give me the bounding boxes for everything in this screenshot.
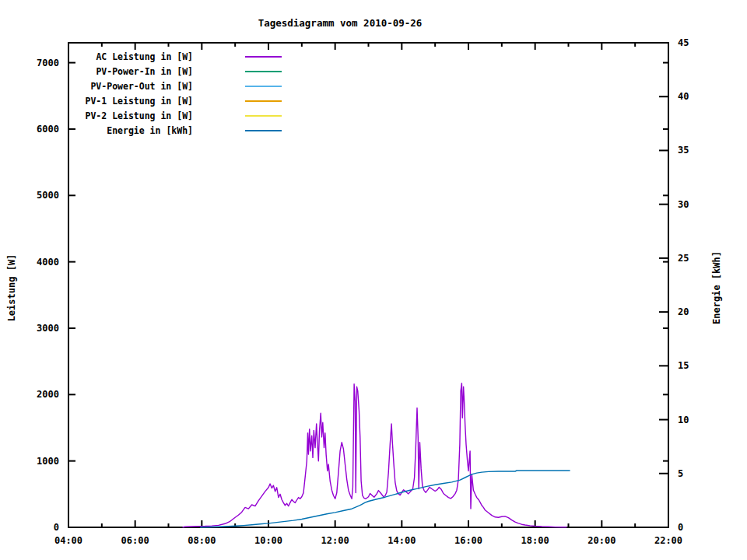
legend-label: AC Leistung in [W]: [68, 51, 193, 62]
legend-line-sample: [245, 100, 282, 102]
x-tick-label: 06:00: [121, 535, 149, 546]
y1-tick-label: 5000: [37, 190, 59, 201]
y1-tick-label: 7000: [37, 58, 59, 68]
y2-tick-label: 10: [678, 415, 689, 425]
x-tick-label: 08:00: [188, 535, 216, 546]
y2-tick-label: 25: [678, 253, 689, 264]
legend-line-sample: [245, 86, 282, 87]
x-tick-label: 04:00: [54, 535, 82, 546]
legend-item-pv1-leistung: PV-1 Leistung in [W]: [68, 93, 302, 108]
y2-tick-label: 15: [678, 360, 689, 371]
legend: AC Leistung in [W] PV-Power-In in [W] PV…: [68, 49, 302, 138]
y2-tick-label: 30: [678, 199, 689, 210]
y2-tick-label: 35: [678, 145, 689, 156]
y-axis-right-label: Energie [kWh]: [711, 251, 722, 324]
x-tick-label: 18:00: [521, 535, 549, 546]
y1-tick-label: 2000: [37, 389, 59, 400]
legend-line-sample: [245, 115, 282, 117]
y2-tick-label: 0: [678, 522, 683, 533]
x-tick-label: 14:00: [388, 535, 416, 546]
legend-line-sample: [245, 56, 282, 58]
legend-line-sample: [245, 71, 282, 72]
y2-tick-label: 45: [678, 37, 689, 48]
legend-label: PV-Power-Out in [W]: [68, 81, 193, 92]
y-axis-left-label: Leistung [W]: [6, 254, 17, 322]
x-tick-label: 12:00: [321, 535, 349, 546]
y1-tick-label: 1000: [37, 456, 59, 467]
legend-label: PV-1 Leistung in [W]: [68, 96, 193, 107]
chart-canvas: Tagesdiagramm vom 2010-09-26 04:0006:000…: [0, 0, 747, 560]
legend-item-pv-power-out: PV-Power-Out in [W]: [68, 79, 302, 93]
y1-tick-label: 4000: [37, 257, 59, 268]
series-W-line: [183, 383, 567, 527]
legend-label: Energie in [kWh]: [68, 125, 193, 136]
legend-item-energie: Energie in [kWh]: [68, 123, 302, 138]
x-tick-label: 16:00: [454, 535, 482, 546]
series-kWh-line: [200, 471, 570, 527]
x-tick-label: 10:00: [254, 535, 282, 546]
y1-tick-label: 0: [54, 522, 59, 533]
legend-item-pv-power-in: PV-Power-In in [W]: [68, 64, 302, 79]
legend-item-pv2-leistung: PV-2 Leistung in [W]: [68, 108, 302, 123]
legend-line-sample: [245, 130, 282, 131]
legend-label: PV-Power-In in [W]: [68, 66, 193, 77]
y1-tick-label: 6000: [37, 124, 59, 135]
legend-item-ac-leistung: AC Leistung in [W]: [68, 49, 302, 64]
y2-tick-label: 5: [678, 468, 683, 479]
x-tick-label: 20:00: [587, 535, 615, 546]
y1-tick-label: 3000: [37, 323, 59, 334]
x-tick-label: 22:00: [654, 535, 682, 546]
y2-tick-label: 40: [678, 91, 689, 102]
y2-tick-label: 20: [678, 306, 689, 317]
legend-label: PV-2 Leistung in [W]: [68, 110, 193, 121]
